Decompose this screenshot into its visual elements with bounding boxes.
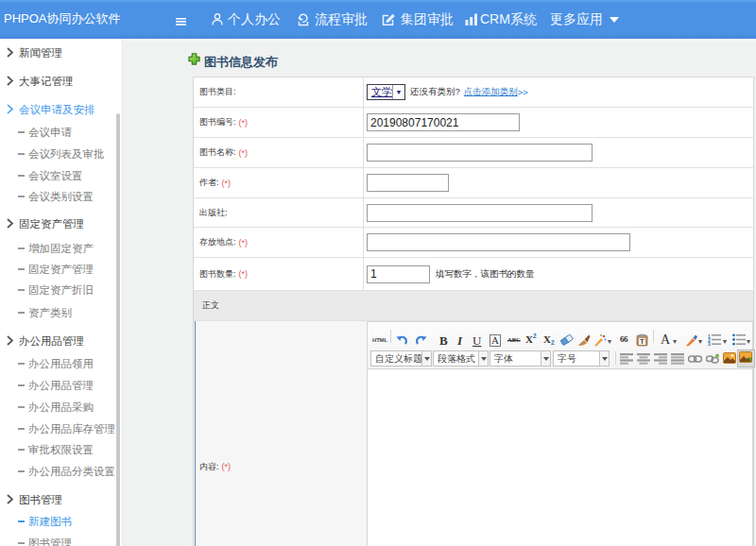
svg-text:3: 3 [708, 341, 711, 346]
